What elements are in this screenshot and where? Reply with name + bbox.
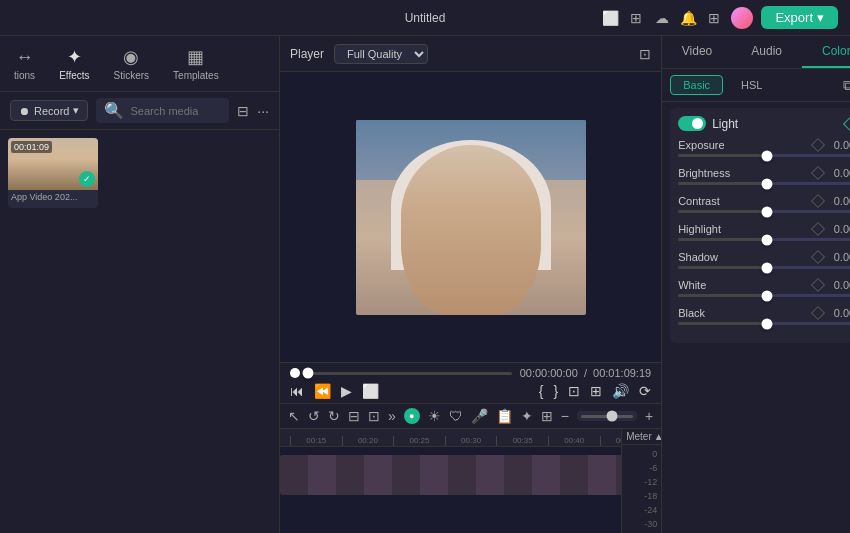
audio-button[interactable]: 🔊	[612, 383, 629, 399]
sun-tool[interactable]: ☀	[428, 408, 441, 424]
mark-out-button[interactable]: }	[553, 383, 558, 399]
split-button[interactable]: ⊞	[590, 383, 602, 399]
black-slider-row: Black 0.00	[678, 307, 850, 325]
cloud-icon: ☁	[653, 9, 671, 27]
sparkle-tool[interactable]: ✦	[521, 408, 533, 424]
timeline-ruler: 00:15 00:20 00:25 00:30 00:35 00:40 00:4…	[280, 429, 661, 447]
filter-icon[interactable]: ⊟	[237, 103, 249, 119]
meter-values: 0 -6 -12 -18 -24 -30	[622, 445, 661, 533]
video-preview	[356, 120, 586, 315]
grid-tool[interactable]: ⊞	[541, 408, 553, 424]
media-selected-check: ✓	[79, 171, 95, 187]
more-tools[interactable]: »	[388, 408, 396, 424]
main-area: ↔ tions ✦ Effects ◉ Stickers ▦ Templates…	[0, 36, 850, 533]
frame-back-button[interactable]: ⏪	[314, 383, 331, 399]
brightness-reset[interactable]	[811, 166, 825, 180]
progress-thumb[interactable]	[303, 368, 314, 379]
highlight-thumb[interactable]	[761, 234, 772, 245]
exposure-track[interactable]	[678, 154, 850, 157]
tab-audio[interactable]: Audio	[732, 36, 802, 68]
light-reset-diamond[interactable]	[843, 116, 850, 130]
sidebar-item-transitions[interactable]: ↔ tions	[8, 43, 41, 85]
light-toggle[interactable]	[678, 116, 706, 131]
play-button[interactable]: ▶	[341, 383, 352, 399]
speed-button[interactable]: ⟳	[639, 383, 651, 399]
brightness-track[interactable]	[678, 182, 850, 185]
brightness-thumb[interactable]	[761, 178, 772, 189]
brightness-value: 0.00	[827, 167, 850, 179]
ruler-mark: 00:30	[445, 436, 497, 446]
contrast-track[interactable]	[678, 210, 850, 213]
left-sidebar: ↔ tions ✦ Effects ◉ Stickers ▦ Templates…	[0, 36, 280, 533]
timeline-area: ↖ ↺ ↻ ⊟ ⊡ » ● ☀ 🛡 🎤 📋 ✦ ⊞ − +	[280, 403, 661, 533]
chevron-up-icon: ▲	[654, 431, 661, 442]
record-icon: ⏺	[19, 105, 30, 117]
player-settings-icon[interactable]: ⊡	[639, 46, 651, 62]
exposure-reset[interactable]	[811, 138, 825, 152]
clip-tool[interactable]: 📋	[496, 408, 513, 424]
mark-in-button[interactable]: {	[539, 383, 544, 399]
progress-track[interactable]	[308, 372, 512, 375]
shadow-icons: 0.00	[813, 251, 850, 263]
search-input[interactable]	[130, 105, 221, 117]
stickers-icon: ◉	[123, 46, 139, 68]
tab-video[interactable]: Video	[662, 36, 732, 68]
undo-tool[interactable]: ↺	[308, 408, 320, 424]
white-reset[interactable]	[811, 278, 825, 292]
contrast-slider-row: Contrast 0.00	[678, 195, 850, 213]
sidebar-item-stickers[interactable]: ◉ Stickers	[108, 42, 156, 85]
redo-tool[interactable]: ↻	[328, 408, 340, 424]
search-icon: 🔍	[104, 101, 124, 120]
contrast-thumb[interactable]	[761, 206, 772, 217]
bell-icon: 🔔	[679, 9, 697, 27]
zoom-slider[interactable]	[577, 411, 637, 421]
shadow-track[interactable]	[678, 266, 850, 269]
sidebar-item-effects[interactable]: ✦ Effects	[53, 42, 95, 85]
quality-select[interactable]: Full Quality	[334, 44, 428, 64]
grid-icon: ⊞	[627, 9, 645, 27]
shadow-reset[interactable]	[811, 250, 825, 264]
highlight-icons: 0.00	[813, 223, 850, 235]
insert-button[interactable]: ⊡	[568, 383, 580, 399]
white-track[interactable]	[678, 294, 850, 297]
time-current: 00:00:00:00 / 00:01:09:19	[520, 367, 652, 379]
exposure-thumb[interactable]	[761, 150, 772, 161]
white-thumb[interactable]	[761, 290, 772, 301]
shadow-value: 0.00	[827, 251, 850, 263]
record-button[interactable]: ⏺ Record ▾	[10, 100, 88, 121]
list-item[interactable]: 00:01:09 ✓ App Video 202...	[8, 138, 98, 208]
step-back-button[interactable]: ⏮	[290, 383, 304, 399]
color-tab-hsl[interactable]: HSL	[729, 76, 774, 94]
brightness-slider-row: Brightness 0.00	[678, 167, 850, 185]
split-view-icon[interactable]: ⧉ ▾	[843, 77, 850, 94]
minus-tool[interactable]: −	[561, 408, 569, 424]
black-track[interactable]	[678, 322, 850, 325]
highlight-label-row: Highlight 0.00	[678, 223, 850, 235]
highlight-track[interactable]	[678, 238, 850, 241]
crop-tool[interactable]: ⊟	[348, 408, 360, 424]
exposure-label-row: Exposure 0.00	[678, 139, 850, 151]
center-panel: Player Full Quality ⊡	[280, 36, 661, 533]
mic-tool[interactable]: 🎤	[471, 408, 488, 424]
highlight-reset[interactable]	[811, 222, 825, 236]
frame-fwd-button[interactable]: ⬜	[362, 383, 379, 399]
more-icon[interactable]: ···	[257, 103, 269, 119]
avatar[interactable]	[731, 7, 753, 29]
white-value: 0.00	[827, 279, 850, 291]
ctrl-buttons: ⏮ ⏪ ▶ ⬜ { } ⊡ ⊞ 🔊 ⟳	[290, 383, 651, 399]
sidebar-item-templates[interactable]: ▦ Templates	[167, 42, 225, 85]
cursor-tool[interactable]: ↖	[288, 408, 300, 424]
tab-color[interactable]: Color	[802, 36, 850, 68]
contrast-reset[interactable]	[811, 194, 825, 208]
playhead-dot	[290, 368, 300, 378]
brightness-label: Brightness	[678, 167, 730, 179]
export-button[interactable]: Export ▾	[761, 6, 838, 29]
black-reset[interactable]	[811, 306, 825, 320]
shield-tool[interactable]: 🛡	[449, 408, 463, 424]
meter-val-18: -18	[626, 491, 657, 501]
color-tab-basic[interactable]: Basic	[670, 75, 723, 95]
scale-tool[interactable]: ⊡	[368, 408, 380, 424]
shadow-thumb[interactable]	[761, 262, 772, 273]
plus-tool[interactable]: +	[645, 408, 653, 424]
black-thumb[interactable]	[761, 318, 772, 329]
